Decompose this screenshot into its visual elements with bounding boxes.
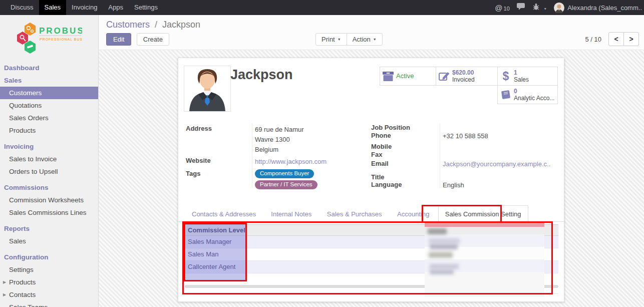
redacted-region <box>425 222 544 297</box>
stat-buttons: Active $620.00 Invoiced $ 1 Sales <box>380 67 560 106</box>
website-label: Website <box>186 157 211 164</box>
user-menu[interactable]: Alexandra (Sales_comm.. <box>554 3 642 13</box>
tags-label: Tags <box>186 170 200 177</box>
field-divider <box>252 123 252 188</box>
content-background: Jackpson Active $620.00 Invoiced <box>99 50 644 307</box>
sidebar-item-orders-to-upsell[interactable]: Orders to Upsell <box>0 165 98 178</box>
book-icon <box>498 90 514 100</box>
sidebar-item-reports-sales[interactable]: Sales <box>0 235 98 247</box>
tab-sales-purchases[interactable]: Sales & Purchases <box>320 206 389 222</box>
pager-value: 5 / 10 <box>585 36 601 43</box>
menu-sales[interactable]: Sales <box>39 0 67 15</box>
breadcrumb-current: Jackpson <box>162 20 200 30</box>
sidebar-item-customers[interactable]: Customers <box>0 87 98 99</box>
sidebar-item-sales-to-invoice[interactable]: Sales to Invoice <box>0 153 98 165</box>
sidebar-section-sales[interactable]: Sales <box>0 74 98 87</box>
user-name: Alexandra (Sales_comm.. <box>567 4 642 12</box>
analytic-count-value: 0 <box>514 88 554 95</box>
top-navbar: Discuss Sales Invoicing Apps Settings @ … <box>0 0 644 15</box>
dollar-icon: $ <box>498 70 514 83</box>
mentions-counter[interactable]: @ 10 <box>495 4 509 12</box>
language-label: Language <box>371 181 402 188</box>
sidebar-item-dashboard[interactable]: Dashboard <box>0 62 98 74</box>
pager-previous-button[interactable]: < <box>608 32 624 46</box>
sidebar-item-config-contacts[interactable]: ▶ Contacts <box>0 288 98 301</box>
expand-caret-icon[interactable]: ▶ <box>3 280 6 284</box>
breadcrumb-customers[interactable]: Customers <box>106 20 150 30</box>
record-pager: 5 / 10 < > <box>585 32 639 46</box>
breadcrumb: Customers / Jackpson <box>106 20 200 30</box>
job-position-label: Job Position <box>371 124 410 131</box>
sidebar-item-settings[interactable]: Settings <box>0 263 98 276</box>
sidebar-item-commission-worksheets[interactable]: Commission Worksheets <box>0 194 98 206</box>
sidebar-item-label: Contacts <box>9 291 36 298</box>
chat-icon[interactable] <box>517 3 525 12</box>
edit-button[interactable]: Edit <box>106 33 131 46</box>
main-area: Customers / Jackpson Edit Create Print▼A… <box>99 15 644 307</box>
website-link[interactable]: http://www.jackpson.com <box>255 158 327 165</box>
sidebar-section-configuration[interactable]: Configuration <box>0 251 98 263</box>
print-label: Print <box>321 36 335 43</box>
redacted-value <box>429 252 453 258</box>
top-menus: Discuss Sales Invoicing Apps Settings <box>0 0 163 15</box>
control-panel: Customers / Jackpson Edit Create Print▼A… <box>99 15 644 50</box>
sidebar-item-quotations[interactable]: Quotations <box>0 99 98 112</box>
tags-field: Components Buyer Partner / IT Services <box>255 169 317 191</box>
address-label: Address <box>186 125 212 132</box>
language-value: English <box>443 181 464 189</box>
menu-invoicing[interactable]: Invoicing <box>66 0 103 15</box>
tab-internal-notes[interactable]: Internal Notes <box>264 206 318 222</box>
expand-caret-icon[interactable]: ▶ <box>3 292 6 297</box>
action-button[interactable]: Action▼ <box>347 33 383 46</box>
menu-settings[interactable]: Settings <box>129 0 163 15</box>
tag-partner-it-services[interactable]: Partner / IT Services <box>255 180 317 189</box>
caret-down-icon: ▼ <box>373 38 377 41</box>
pager-next-button[interactable]: > <box>623 32 639 46</box>
app-logo[interactable]: PROBUSE PROFESSIONAL BUSINESS <box>16 22 98 57</box>
customer-form: Jackpson Active $620.00 Invoiced <box>178 58 564 302</box>
phone-label: Phone <box>371 132 391 139</box>
redacted-value <box>429 238 460 243</box>
address-line2: Wavre 1300 <box>255 136 290 143</box>
create-button[interactable]: Create <box>137 33 169 46</box>
redacted-value <box>430 264 459 269</box>
phone-value: +32 10 588 558 <box>443 132 488 140</box>
tab-sales-commission-setting[interactable]: Sales Commission Setting <box>438 205 528 222</box>
tab-contacts-addresses[interactable]: Contacts & Addresses <box>185 206 262 222</box>
analytic-count-label: Analytic Acco... <box>514 95 554 102</box>
invoiced-stat-button[interactable]: $620.00 Invoiced <box>436 67 498 86</box>
topbar-right: @ 10 ▼ Alexandra (Sales_comm.. <box>495 0 644 15</box>
sidebar-item-sales-orders[interactable]: Sales Orders <box>0 112 98 124</box>
title-label: Title <box>371 173 385 181</box>
email-link[interactable]: Jackpson@yourcompany.example.c.. <box>443 160 550 168</box>
menu-apps[interactable]: Apps <box>103 0 129 15</box>
debug-menu[interactable]: ▼ <box>532 3 547 12</box>
customer-photo[interactable] <box>184 66 231 112</box>
sidebar-item-products[interactable]: Products <box>0 124 98 137</box>
mentions-count: 10 <box>504 6 510 12</box>
active-stat-button[interactable]: Active <box>380 67 436 86</box>
edit-note-icon <box>436 71 452 82</box>
sidebar-item-sales-commissions-lines[interactable]: Sales Commissions Lines <box>0 206 98 219</box>
print-button[interactable]: Print▼ <box>315 33 347 46</box>
sales-count-label: Sales <box>514 76 529 83</box>
sales-stat-button[interactable]: $ 1 Sales <box>497 67 558 86</box>
sidebar-section-invoicing[interactable]: Invoicing <box>0 140 98 153</box>
sidebar-section-reports[interactable]: Reports <box>0 222 98 235</box>
logo-title: PROBUSE <box>39 26 82 36</box>
redacted-value <box>430 269 454 274</box>
tag-components-buyer[interactable]: Components Buyer <box>255 169 314 178</box>
address-line3: Belgium <box>255 146 278 153</box>
address-line1: 69 rue de Namur <box>255 126 304 133</box>
commission-level-cell: Sales Manager <box>185 236 231 245</box>
sidebar-item-sales-teams[interactable]: Sales Teams <box>0 301 98 307</box>
column-header-commission-level[interactable]: Commission Level <box>185 225 245 234</box>
action-label: Action <box>353 36 371 43</box>
menu-discuss[interactable]: Discuss <box>5 0 39 15</box>
tab-accounting[interactable]: Accounting <box>391 206 436 222</box>
record-title: Jackpson <box>230 67 293 83</box>
sidebar-section-commissions[interactable]: Commissions <box>0 181 98 194</box>
sidebar-item-config-products[interactable]: ▶ Products <box>0 276 98 288</box>
commission-table: Commission Level Sales Manager Sales Man… <box>185 224 558 294</box>
analytic-accounts-stat-button[interactable]: 0 Analytic Acco... <box>497 85 558 104</box>
